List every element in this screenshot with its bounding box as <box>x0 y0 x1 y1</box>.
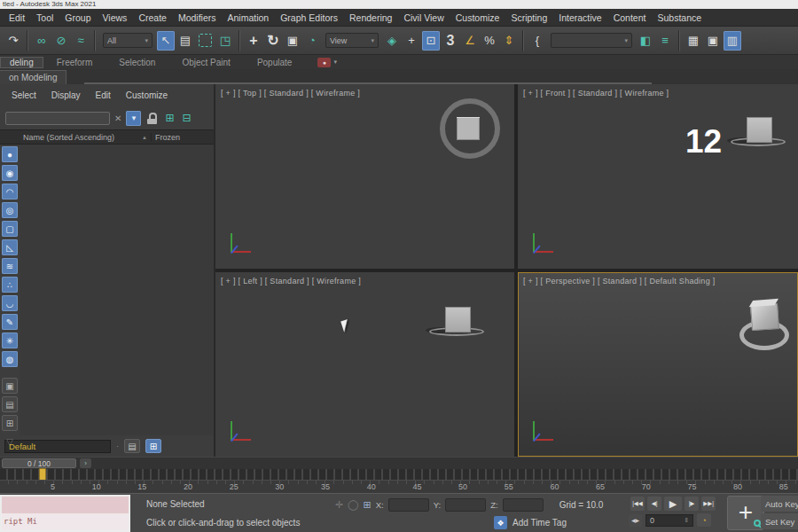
menu-item[interactable]: Modifiers <box>178 12 216 23</box>
explorer-object-list[interactable] <box>20 145 214 435</box>
bind-to-spacewarp-icon[interactable]: ≈ <box>72 31 90 51</box>
menu-item[interactable]: Customize <box>456 12 500 23</box>
select-by-name-icon[interactable]: ▤ <box>176 31 194 51</box>
layer-list-icon[interactable]: ▤ <box>124 439 140 453</box>
menu-item[interactable]: Views <box>103 12 128 23</box>
named-sets-dropdown[interactable]: ▾ <box>551 33 632 48</box>
go-to-start-button[interactable]: |◀◀ <box>630 497 645 511</box>
toolbar-separator[interactable] <box>522 30 524 51</box>
z-coordinate-field[interactable] <box>503 498 544 512</box>
track-bar[interactable] <box>0 469 798 480</box>
set-key-button[interactable]: Set Key <box>761 513 798 529</box>
reference-coordinate-dropdown[interactable]: View ▾ <box>325 33 379 48</box>
mirror-icon[interactable]: ◧ <box>637 31 654 51</box>
menu-item[interactable]: Group <box>65 12 90 23</box>
angle-snap-icon[interactable]: ∠ <box>461 31 479 51</box>
menu-item[interactable]: Substance <box>657 12 701 23</box>
viewport-perspective[interactable]: [ + ] [ Perspective ] [ Standard ] [ Def… <box>518 272 798 457</box>
maxscript-mini-listener[interactable]: ript Mi <box>0 495 130 532</box>
reference-coordinate-icon[interactable]: ◔ <box>303 31 321 51</box>
current-frame-field[interactable]: 0 ⇕ <box>645 514 693 527</box>
select-and-rotate-icon[interactable]: ↻ <box>264 31 282 51</box>
menu-item[interactable]: Create <box>138 12 167 23</box>
menu-item[interactable]: Animation <box>228 12 270 23</box>
add-selection-set-icon[interactable]: ⊞ <box>165 112 174 124</box>
tab-modeling[interactable]: deling <box>0 57 43 68</box>
menu-item[interactable]: Scripting <box>511 12 547 23</box>
edit-named-sets-icon[interactable]: { <box>528 31 546 51</box>
filter-geometry-icon[interactable]: ◉ <box>2 165 18 181</box>
time-tag-icon[interactable]: ❖ <box>494 516 507 529</box>
explorer-menu-item[interactable]: Display <box>51 90 81 100</box>
selection-lock-icon[interactable]: ✛ <box>335 499 343 511</box>
use-pivot-center-icon[interactable]: ◈ <box>383 31 401 51</box>
schematic-view-icon[interactable]: ▣ <box>704 31 722 51</box>
time-configuration-icon[interactable]: ◔ <box>697 513 711 527</box>
menu-item[interactable]: Rendering <box>349 12 392 23</box>
menu-item[interactable]: Interactive <box>559 12 601 23</box>
filter-funnel-icon[interactable]: ▼ <box>126 111 141 126</box>
viewport-front[interactable]: [ + ] [ Front ] [ Standard ] [ Wireframe… <box>518 84 798 269</box>
lock-cell-editing-icon[interactable]: ⊞ <box>2 415 18 431</box>
polygon-modeling-panel[interactable]: on Modeling <box>0 70 66 85</box>
x-coordinate-field[interactable] <box>388 498 429 512</box>
viewcube-icon[interactable] <box>457 117 480 140</box>
menu-item[interactable]: Tool <box>36 12 53 23</box>
filter-shapes-icon[interactable]: ◠ <box>2 184 18 200</box>
viewport-left-label[interactable]: [ + ] [ Left ] [ Standard ] [ Wireframe … <box>221 277 361 286</box>
rect-selection-region-icon[interactable] <box>199 34 212 47</box>
viewcube-icon[interactable] <box>429 297 488 336</box>
play-button[interactable]: ▶ <box>664 497 682 511</box>
filter-spacewarps-icon[interactable]: ≋ <box>2 258 18 274</box>
viewport-front-label[interactable]: [ + ] [ Front ] [ Standard ] [ Wireframe… <box>523 89 669 98</box>
set-keys-button[interactable]: + <box>727 496 764 530</box>
spinner-icon[interactable]: ⇕ <box>684 517 689 524</box>
toolbar-separator[interactable] <box>239 30 240 51</box>
add-layer-icon[interactable]: ⊞ <box>145 439 161 453</box>
display-influences-icon[interactable]: ▤ <box>2 396 18 412</box>
next-frame-arrow-icon[interactable]: › <box>80 458 91 468</box>
viewcube-icon[interactable] <box>731 107 789 146</box>
clear-search-icon[interactable]: ✕ <box>114 113 121 123</box>
transform-typein-icon[interactable]: ⊞ <box>364 499 372 511</box>
select-object-icon[interactable]: ↖ <box>157 31 175 51</box>
toolbar-separator[interactable] <box>94 30 96 51</box>
filter-bones-icon[interactable]: ◡ <box>2 295 18 311</box>
redo-icon[interactable]: ↷ <box>4 31 22 51</box>
ribbon-preset-icon[interactable]: ● <box>317 58 331 67</box>
selection-filter-dropdown[interactable]: All ▾ <box>103 33 153 48</box>
tab-freeform[interactable]: Freeform <box>43 57 106 68</box>
sync-selection-icon[interactable]: ▽ <box>2 434 18 450</box>
menu-item[interactable]: Civil View <box>403 12 443 23</box>
listener-text[interactable]: ript Mi <box>2 513 129 530</box>
menu-item[interactable]: Content <box>614 12 646 23</box>
unlink-selection-icon[interactable]: ⊘ <box>52 31 70 51</box>
filter-frozen-icon[interactable]: ✳ <box>2 332 18 348</box>
display-children-icon[interactable]: ▣ <box>2 378 18 394</box>
filter-particles-icon[interactable]: ∴ <box>2 277 18 293</box>
viewport-left[interactable]: [ + ] [ Left ] [ Standard ] [ Wireframe … <box>215 272 514 457</box>
tab-populate[interactable]: Populate <box>244 57 305 68</box>
lock-icon[interactable] <box>147 113 157 124</box>
column-name[interactable]: Name (Sorted Ascending) <box>0 133 142 142</box>
auto-key-button[interactable]: Auto Key <box>761 496 798 512</box>
menu-item[interactable]: Edit <box>9 12 25 23</box>
explorer-menu-item[interactable]: Select <box>12 90 36 100</box>
menu-item[interactable]: Graph Editors <box>280 12 338 23</box>
filter-lights-icon[interactable]: ◎ <box>2 202 18 218</box>
select-and-scale-icon[interactable]: ▣ <box>284 31 301 51</box>
time-slider-handle[interactable]: 0 / 100 <box>2 458 76 468</box>
keyboard-override-icon[interactable]: ⊡ <box>422 31 440 51</box>
window-crossing-icon[interactable]: ◳ <box>216 31 234 51</box>
explorer-menu-item[interactable]: Edit <box>96 90 111 100</box>
align-icon[interactable]: ≡ <box>656 31 674 51</box>
tab-object-paint[interactable]: Object Paint <box>168 57 243 68</box>
previous-frame-button[interactable]: ◀| <box>647 497 661 511</box>
filter-hidden-icon[interactable]: ◍ <box>2 351 18 367</box>
filter-all-icon[interactable]: ● <box>2 146 18 162</box>
viewport-top-label[interactable]: [ + ] [ Top ] [ Standard ] [ Wireframe ] <box>221 89 360 98</box>
remove-selection-set-icon[interactable]: ⊟ <box>182 112 191 124</box>
material-editor-icon[interactable]: ▥ <box>724 31 741 51</box>
chevron-down-icon[interactable]: ▾ <box>333 59 337 66</box>
snap-toggle-3d-icon[interactable]: 3 <box>442 31 459 51</box>
